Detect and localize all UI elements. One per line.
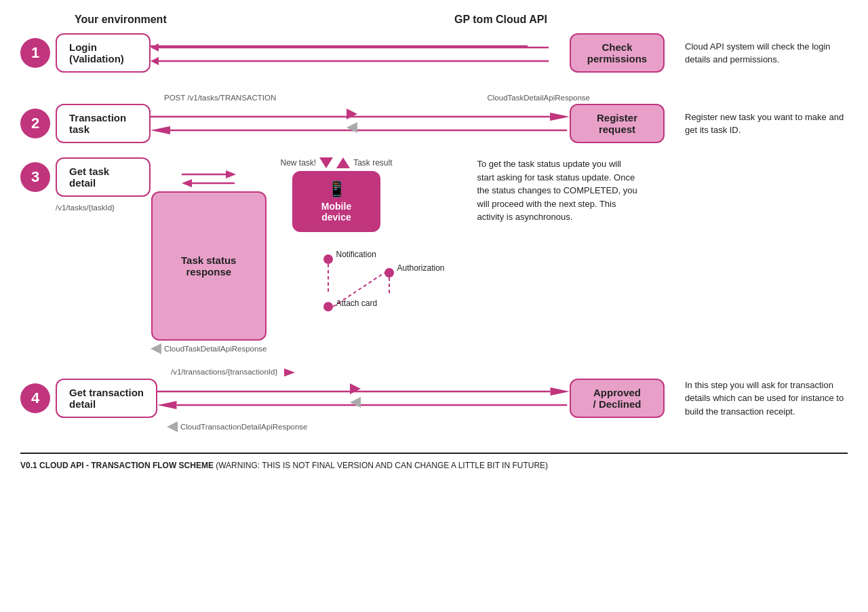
step-4-response-label: CloudTransactionDetailApiResponse xyxy=(180,423,308,431)
step-4-left-box: Get transactiondetail xyxy=(56,379,157,418)
step-1-left-label: Login(Validation) xyxy=(69,41,124,64)
svg-marker-8 xyxy=(550,113,570,121)
step-4-arrow-svg xyxy=(157,378,570,419)
step-2-left-label: Transactiontask xyxy=(69,112,126,135)
step-3-desc: To get the task status update you will s… xyxy=(477,157,640,224)
svg-marker-32 xyxy=(350,397,361,408)
step-4-left-label: Get transactiondetail xyxy=(69,387,144,410)
step-4-arrows xyxy=(157,378,570,419)
task-result-label: Task result xyxy=(353,158,392,168)
mobile-device-box: 📱 Mobiledevice xyxy=(292,171,380,232)
diagram-container: Your environment GP tom Cloud API 1 Logi… xyxy=(20,14,848,470)
step-2-return-arrow-mid xyxy=(347,122,357,135)
step-4-forward-indicator xyxy=(284,368,295,377)
left-col-header: Your environment xyxy=(75,14,298,26)
step-2-arrow-svg xyxy=(151,103,570,144)
step-4-right-box-wrap: Approved/ Declined xyxy=(570,379,665,418)
step-3-response-label: CloudTaskDetailApiResponse xyxy=(164,345,267,353)
svg-marker-31 xyxy=(350,383,361,394)
step-1-arrow-svg xyxy=(151,33,570,73)
svg-marker-33 xyxy=(167,421,178,432)
step-3-row: 3 Get taskdetail /v1/tasks/{taskId} xyxy=(20,157,848,354)
step-1-right-label: Checkpermissions xyxy=(587,41,647,64)
svg-marker-17 xyxy=(151,343,161,354)
right-col-header: GP tom Cloud API xyxy=(454,14,547,26)
step-2-section: POST /v1/tasks/TRANSACTION CloudTaskDeta… xyxy=(20,94,848,144)
svg-marker-11 xyxy=(347,109,357,119)
step-2-right-box: Registerrequest xyxy=(570,104,665,143)
svg-marker-4 xyxy=(151,43,159,52)
step-2-arrows xyxy=(151,103,570,144)
svg-marker-10 xyxy=(151,126,170,134)
footer-bold: V0.1 CLOUD API - TRANSACTION FLOW SCHEME xyxy=(20,461,214,470)
task-status-box: Task statusresponse xyxy=(151,191,267,341)
step-1-desc: Cloud API system will check the login de… xyxy=(685,40,848,66)
step-1-right-box: Checkpermissions xyxy=(570,33,665,73)
step-2-number: 2 xyxy=(20,109,50,138)
step-3-mobile-area: New task! Task result 📱 xyxy=(281,157,393,232)
step-4-api-label-top: /v1/transactions/{transactionId} xyxy=(171,368,277,377)
step-3-middle: Task statusresponse CloudTaskDetailApiRe… xyxy=(151,164,267,354)
svg-marker-30 xyxy=(157,401,176,409)
svg-marker-26 xyxy=(284,368,295,377)
notification-label: Notification xyxy=(336,250,376,259)
step-1-right-box-wrap: Checkpermissions xyxy=(570,33,665,73)
col-headers: Your environment GP tom Cloud API xyxy=(20,14,848,26)
attach-card-label: Attach card xyxy=(336,299,378,308)
step-2-row: 2 Transactiontask xyxy=(20,103,848,144)
step-2-left-box: Transactiontask xyxy=(56,104,151,143)
footer-normal: (WARNING: THIS IS NOT FINAL VERSION AND … xyxy=(214,461,548,470)
svg-point-22 xyxy=(384,268,394,278)
step-3-left-top: 3 Get taskdetail xyxy=(20,157,151,197)
step-4-section: /v1/transactions/{transactionId} 4 Get t… xyxy=(20,368,848,432)
step-2-forward-arrow-mid xyxy=(347,109,357,121)
step-2-right-box-wrap: Registerrequest xyxy=(570,104,665,143)
svg-marker-19 xyxy=(336,157,350,168)
step-4-gray-arrow-icon xyxy=(167,421,178,432)
step-3-response-label-wrap: CloudTaskDetailApiResponse xyxy=(151,343,267,354)
footer: V0.1 CLOUD API - TRANSACTION FLOW SCHEME… xyxy=(20,453,848,470)
step-3-left-label: Get taskdetail xyxy=(69,166,109,189)
step-4-right-label: Approved/ Declined xyxy=(593,387,642,410)
step-3-desc-text: To get the task status update you will s… xyxy=(477,159,637,222)
new-task-label: New task! xyxy=(281,158,317,168)
step-4-right-box: Approved/ Declined xyxy=(570,379,665,418)
svg-point-20 xyxy=(323,254,333,264)
task-status-label: Task statusresponse xyxy=(181,254,236,278)
step-3-number: 3 xyxy=(20,162,50,192)
step-2-api-labels: POST /v1/tasks/TRANSACTION CloudTaskDeta… xyxy=(20,94,848,102)
dashed-connections: Notification Authorization Attach card xyxy=(321,239,457,336)
mobile-icon: 📱 xyxy=(304,180,368,198)
new-task-arrow-icon xyxy=(319,157,333,168)
new-task-row: New task! Task result xyxy=(281,157,393,168)
step-4-number: 4 xyxy=(20,383,50,413)
svg-marker-28 xyxy=(551,387,570,396)
step-1-number: 1 xyxy=(20,38,50,68)
step-1-arrows xyxy=(151,33,570,73)
step-4-return-mid xyxy=(350,397,361,410)
step-2-desc: Register new task you want to make and g… xyxy=(685,111,848,137)
svg-marker-16 xyxy=(182,179,192,187)
step-2-desc-text: Register new task you want to make and g… xyxy=(685,112,844,136)
step-4-api-labels-top: /v1/transactions/{transactionId} xyxy=(20,368,848,377)
step-3-api-label: /v1/tasks/{taskId} xyxy=(20,204,151,212)
step-4-desc: In this step you will ask for transactio… xyxy=(685,379,848,419)
gray-arrow-icon xyxy=(151,343,161,354)
step-3-arrow-to-task xyxy=(182,164,236,191)
svg-marker-14 xyxy=(226,170,236,178)
svg-marker-12 xyxy=(347,122,357,133)
step-2-response-label: CloudTaskDetailApiResponse xyxy=(487,94,590,102)
step-1-left-box: Login(Validation) xyxy=(56,33,151,73)
step-1-desc-text: Cloud API system will check the login de… xyxy=(685,41,831,65)
step-4-response-label-wrap: CloudTransactionDetailApiResponse xyxy=(20,421,848,432)
authorization-label: Authorization xyxy=(397,263,445,273)
task-result-arrow-icon xyxy=(336,157,350,168)
step-3-right: New task! Task result 📱 xyxy=(281,157,457,336)
step-3-mobile-col: New task! Task result 📱 xyxy=(281,157,393,232)
step-2-right-label: Registerrequest xyxy=(597,112,637,135)
step-2-api-label-top: POST /v1/tasks/TRANSACTION xyxy=(164,94,276,102)
svg-marker-6 xyxy=(151,57,159,65)
step-1-row: 1 Login(Validation) Checkpermis xyxy=(20,33,848,73)
step-3-section: 3 Get taskdetail /v1/tasks/{taskId} xyxy=(20,157,848,354)
step-3-left: 3 Get taskdetail /v1/tasks/{taskId} xyxy=(20,157,151,212)
